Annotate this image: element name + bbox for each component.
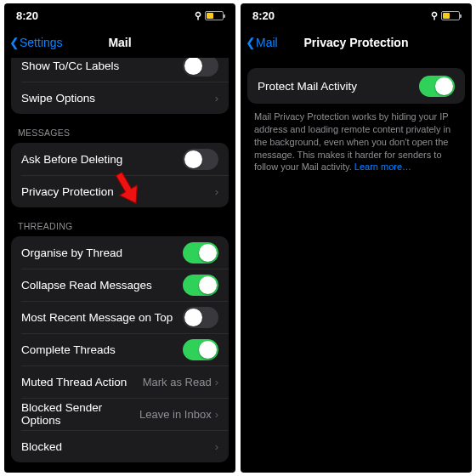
scroll-content[interactable]: Show To/Cc Labels Swipe Options › Messag… [4,58,235,473]
row-collapse-read[interactable]: Collapse Read Messages [11,269,229,301]
row-muted-thread-action[interactable]: Muted Thread Action Mark as Read › [11,366,229,398]
wifi-icon: ⚲ [431,10,438,21]
row-label: Protect Mail Activity [258,80,419,93]
row-label: Complete Threads [21,343,183,356]
nav-bar: ❮ Settings Mail [4,27,235,58]
toggle-complete-threads[interactable] [183,339,218,360]
toggle-organise-by-thread[interactable] [183,242,218,264]
row-label: Privacy Protection [21,185,215,198]
group-threading: Organise by Thread Collapse Read Message… [11,236,229,462]
battery-icon [205,11,224,20]
row-label: Organise by Thread [21,246,183,259]
phone-right: 8:20 ⚲ ❮ Mail Privacy Protection Protect… [241,3,472,473]
chevron-right-icon: › [215,408,218,421]
toggle-most-recent-top[interactable] [183,307,218,328]
phone-left: 8:20 ⚲ ❮ Settings Mail Show To/Cc Labels… [4,3,235,473]
toggle-protect-mail-activity[interactable] [419,76,455,97]
toggle-show-tocc[interactable] [183,58,218,76]
row-label: Collapse Read Messages [21,279,183,292]
row-complete-threads[interactable]: Complete Threads [11,333,229,366]
row-value: Leave in Inbox [139,408,212,421]
scroll-content[interactable]: Protect Mail Activity Mail Privacy Prote… [241,58,472,473]
row-swipe-options[interactable]: Swipe Options › [11,82,229,114]
chevron-right-icon: › [215,440,218,453]
row-show-tocc[interactable]: Show To/Cc Labels [11,58,229,82]
row-protect-mail-activity[interactable]: Protect Mail Activity [247,68,465,104]
battery-icon [441,11,460,20]
group-messages: Ask Before Deleting Privacy Protection › [11,143,229,207]
nav-bar: ❮ Mail Privacy Protection [241,27,472,58]
row-label: Ask Before Deleting [21,153,183,166]
status-bar: 8:20 ⚲ [241,3,472,27]
chevron-right-icon: › [215,376,218,388]
row-label: Muted Thread Action [21,376,143,388]
row-most-recent-top[interactable]: Most Recent Message on Top [11,301,229,333]
row-label: Blocked Sender Options [21,401,139,427]
status-right: ⚲ [195,10,224,21]
row-organise-by-thread[interactable]: Organise by Thread [11,236,229,269]
footer-description: Mail Privacy Protection works by hiding … [241,104,472,173]
toggle-collapse-read[interactable] [183,275,218,296]
footer-text: Mail Privacy Protection works by hiding … [254,111,450,172]
row-label: Swipe Options [21,92,215,105]
row-label: Show To/Cc Labels [21,60,183,72]
row-label: Blocked [21,440,215,453]
status-time: 8:20 [252,9,275,22]
wifi-icon: ⚲ [195,10,201,21]
section-header-messages: Messages [4,114,235,143]
status-bar: 8:20 ⚲ [4,3,235,27]
row-ask-before-deleting[interactable]: Ask Before Deleting [11,143,229,175]
row-value: Mark as Read [143,376,212,388]
row-blocked-sender-options[interactable]: Blocked Sender Options Leave in Inbox › [11,398,229,430]
toggle-ask-before-deleting[interactable] [183,149,218,170]
chevron-right-icon: › [215,92,218,105]
row-privacy-protection[interactable]: Privacy Protection › [11,175,229,207]
group-privacy: Protect Mail Activity [247,68,465,104]
status-right: ⚲ [431,10,460,21]
group-top: Show To/Cc Labels Swipe Options › [11,58,229,114]
chevron-right-icon: › [215,185,218,198]
row-blocked[interactable]: Blocked › [11,430,229,462]
section-header-composing: Composing [4,462,235,473]
page-title: Mail [4,36,235,49]
status-time: 8:20 [16,9,38,22]
page-title: Privacy Protection [241,36,472,49]
learn-more-link[interactable]: Learn more… [354,162,411,172]
row-label: Most Recent Message on Top [21,311,183,324]
section-header-threading: Threading [4,207,235,236]
